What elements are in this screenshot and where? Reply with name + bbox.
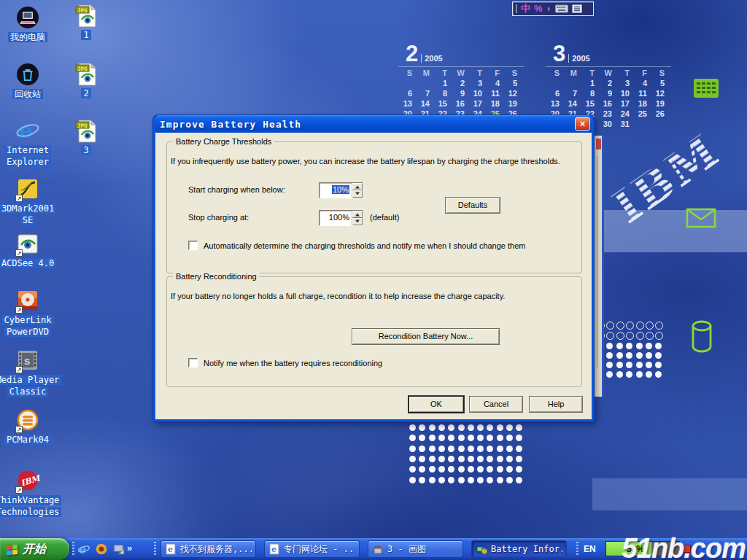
stop-charging-spinner[interactable]: 100% bbox=[319, 210, 363, 226]
desktop-icon-powerdvd[interactable]: ↗CyberLinkPowerDVD bbox=[0, 289, 63, 337]
punctuation-icon[interactable]: ◗ bbox=[546, 2, 552, 15]
dialog-titlebar[interactable]: Improve Battery Health × bbox=[155, 115, 592, 133]
task-label: 找不到服务器,... bbox=[180, 543, 252, 556]
icon-label: 回收站 bbox=[12, 89, 43, 99]
taskbar-separator[interactable] bbox=[576, 542, 578, 556]
svg-text:s: s bbox=[24, 354, 30, 367]
ime-menu-icon[interactable] bbox=[572, 4, 582, 13]
svg-text:e: e bbox=[19, 119, 33, 143]
icon-label: 1 bbox=[81, 30, 90, 40]
soft-keyboard-icon[interactable] bbox=[555, 4, 568, 13]
icon-label: 3 bbox=[81, 145, 90, 155]
improve-battery-health-dialog: Improve Battery Health × Battery Charge … bbox=[153, 115, 594, 421]
51nb-watermark: 51nb.com bbox=[622, 533, 747, 560]
stop-charging-label: Stop charging at: bbox=[188, 213, 249, 222]
svg-text:e: e bbox=[79, 542, 86, 556]
svg-text:!: ! bbox=[484, 549, 485, 553]
taskbar-task-2[interactable]: e专门网论坛 - ... bbox=[264, 540, 360, 558]
jpg-file-icon: JPG bbox=[74, 62, 98, 87]
desktop-icon-mpc[interactable]: s↗Media PlayerClassic bbox=[0, 349, 63, 397]
icon-label: Technologies bbox=[0, 507, 61, 517]
notify-reconditioning-label: Notify me when the battery requires reco… bbox=[204, 359, 382, 368]
start-charging-value: 10% bbox=[332, 185, 349, 194]
start-charging-spinner[interactable]: 10% bbox=[319, 182, 363, 198]
icon-label: ACDSee 4.0 bbox=[0, 258, 56, 268]
taskbar-task-4[interactable]: !Battery Infor... bbox=[471, 540, 567, 558]
desktop-icon-acdsee[interactable]: ↗ACDSee 4.0 bbox=[0, 232, 63, 268]
acdsee-icon: ↗ bbox=[15, 232, 40, 257]
icon-label: 3DMark2001 bbox=[0, 203, 56, 214]
thinkvantage-icon: IBM↗ bbox=[15, 469, 40, 494]
desktop-quick-icon[interactable] bbox=[112, 542, 125, 556]
desktop-icon-jpg-file[interactable]: JPG3 bbox=[51, 119, 121, 155]
shortcut-arrow-icon: ↗ bbox=[15, 366, 23, 373]
quick-launch-overflow-chevron[interactable]: » bbox=[127, 542, 132, 553]
taskbar-separator[interactable] bbox=[154, 542, 156, 556]
battery-icon: ! bbox=[476, 543, 487, 555]
paint-icon bbox=[372, 543, 384, 555]
icon-label: PCMark04 bbox=[4, 435, 51, 445]
task-button-area: e找不到服务器,...e专门网论坛 - ...3 - 画图!Battery In… bbox=[160, 540, 575, 558]
cancel-button[interactable]: Cancel bbox=[469, 396, 523, 413]
ime-language-bar[interactable]: 中%◗ bbox=[512, 1, 594, 16]
thresholds-description: If you infrequently use battery power, y… bbox=[171, 157, 578, 166]
svg-text:JPG: JPG bbox=[77, 7, 88, 14]
chinese-mode-icon[interactable]: 中 bbox=[521, 2, 530, 15]
close-icon[interactable]: × bbox=[575, 117, 590, 131]
shortcut-arrow-icon: ↗ bbox=[15, 195, 23, 202]
help-button[interactable]: Help bbox=[529, 396, 583, 413]
start-button[interactable]: 开始 bbox=[0, 538, 69, 560]
spin-down-icon[interactable] bbox=[352, 190, 363, 198]
svg-text:JPG: JPG bbox=[77, 66, 88, 72]
auto-thresholds-checkbox[interactable] bbox=[188, 241, 198, 250]
width-toggle-icon[interactable]: % bbox=[534, 2, 543, 15]
ie-page-icon: e bbox=[268, 543, 280, 555]
spin-down-icon[interactable] bbox=[352, 218, 363, 225]
shortcut-arrow-icon: ↗ bbox=[15, 426, 23, 433]
svg-text:JPG: JPG bbox=[77, 122, 88, 129]
powerdvd-icon: ↗ bbox=[15, 289, 40, 314]
my-computer-icon bbox=[15, 6, 40, 31]
taskbar-separator[interactable] bbox=[72, 542, 74, 556]
desktop-icon-pcmark[interactable]: ↗PCMark04 bbox=[0, 408, 63, 445]
recycle-bin-icon bbox=[15, 63, 40, 88]
language-indicator[interactable]: EN bbox=[584, 544, 596, 554]
ie-quick-icon[interactable]: e bbox=[77, 542, 90, 556]
background-window-edge[interactable] bbox=[594, 136, 604, 397]
spin-up-icon[interactable] bbox=[352, 211, 363, 218]
dialog-title: Improve Battery Health bbox=[160, 119, 301, 130]
jpg-file-icon: JPG bbox=[74, 4, 98, 28]
shortcut-arrow-icon: ↗ bbox=[15, 306, 23, 314]
notify-reconditioning-checkbox[interactable] bbox=[188, 358, 198, 368]
icon-label: 我的电脑 bbox=[8, 32, 47, 42]
grip-icon[interactable] bbox=[516, 4, 517, 13]
jpg-file-icon: JPG bbox=[74, 119, 98, 144]
background-window-close-icon[interactable] bbox=[595, 138, 602, 150]
windows-logo-icon bbox=[6, 543, 19, 556]
icon-label: ThinkVantage bbox=[0, 495, 61, 505]
stop-charging-value: 100% bbox=[320, 211, 352, 225]
desktop-icon-thinkvantage[interactable]: IBM↗ThinkVantageTechnologies bbox=[0, 469, 63, 517]
desktop-icon-jpg-file[interactable]: JPG2 bbox=[51, 62, 121, 98]
defaults-button[interactable]: Defaults bbox=[445, 197, 500, 214]
auto-thresholds-checkbox-row: Automatically determine the charging thr… bbox=[188, 241, 525, 250]
icon-label: Media Player bbox=[0, 375, 61, 385]
notify-reconditioning-checkbox-row: Notify me when the battery requires reco… bbox=[188, 358, 382, 368]
media-quick-icon[interactable] bbox=[95, 542, 108, 556]
start-label: 开始 bbox=[23, 542, 46, 557]
taskbar-task-3[interactable]: 3 - 画图 bbox=[368, 540, 463, 558]
taskbar-task-1[interactable]: e找不到服务器,... bbox=[160, 540, 256, 558]
spin-up-icon[interactable] bbox=[352, 183, 363, 190]
group-caption: Battery Reconditioning bbox=[173, 272, 260, 281]
start-charging-label: Start charging when below: bbox=[188, 185, 285, 194]
icon-label: Internet bbox=[4, 145, 51, 155]
icon-label: CyberLink bbox=[1, 315, 53, 325]
desktop-icon-jpg-file[interactable]: JPG1 bbox=[51, 4, 121, 40]
desktop-icon-3dmark[interactable]: ↗3DMark2001SE bbox=[0, 177, 63, 225]
internet-explorer-icon: e bbox=[15, 119, 40, 144]
ok-button[interactable]: OK bbox=[409, 396, 464, 413]
task-label: Battery Infor... bbox=[491, 544, 562, 554]
recondition-battery-button[interactable]: Recondition Battery Now... bbox=[352, 328, 500, 345]
icon-label: 2 bbox=[81, 88, 90, 98]
icon-label: PowerDVD bbox=[4, 327, 51, 337]
